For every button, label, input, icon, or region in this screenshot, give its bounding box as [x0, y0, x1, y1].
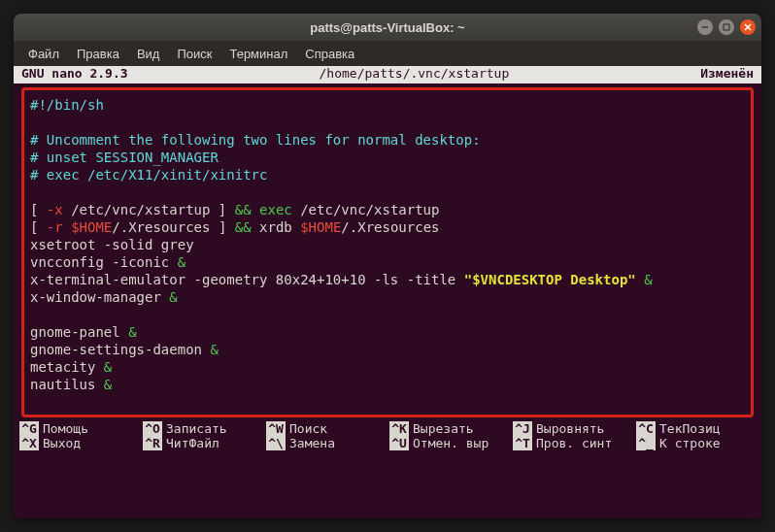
nano-help-bar: ^GПомощь^OЗаписать^WПоиск^KВырезать^JВыр…: [14, 421, 761, 454]
help-item: ^WПоиск: [266, 421, 386, 436]
help-item: ^_К строке: [636, 436, 756, 450]
window-controls: [697, 19, 756, 35]
help-label: Записать: [166, 421, 227, 436]
help-item: ^CТекПозиц: [636, 421, 756, 436]
minimize-button[interactable]: [697, 19, 713, 35]
nano-status: Изменён: [696, 66, 758, 83]
help-label: К строке: [659, 436, 721, 450]
help-item: ^RЧитФайл: [143, 436, 262, 450]
editor-line: # unset SESSION_MANAGER: [30, 149, 745, 166]
titlebar: patts@patts-VirtualBox: ~: [14, 14, 761, 41]
editor-line: gnome-settings-daemon &: [30, 341, 745, 358]
editor-line: [ -r $HOME/.Xresources ] && xrdb $HOME/.…: [30, 218, 745, 236]
help-label: Замена: [289, 436, 335, 450]
close-button[interactable]: [740, 19, 756, 35]
help-item: ^UОтмен. выр: [389, 436, 509, 450]
editor-line: [ -x /etc/vnc/xstartup ] && exec /etc/vn…: [30, 201, 745, 218]
help-item: ^\Замена: [266, 436, 386, 450]
menu-item-5[interactable]: Справка: [298, 44, 361, 64]
help-item: ^OЗаписать: [143, 421, 262, 436]
help-key: ^G: [19, 421, 39, 436]
help-key: ^X: [19, 436, 39, 450]
help-key: ^\: [266, 436, 286, 450]
help-label: Выровнять: [536, 421, 604, 436]
help-key: ^U: [389, 436, 409, 450]
editor-line: #!/bin/sh: [30, 96, 745, 114]
maximize-button[interactable]: [719, 19, 734, 35]
help-item: ^XВыход: [19, 436, 139, 450]
editor-line: metacity &: [30, 358, 745, 376]
help-label: ЧитФайл: [166, 436, 219, 450]
help-label: Поиск: [289, 421, 327, 436]
editor-line: [30, 306, 745, 323]
help-item: ^JВыровнять: [513, 421, 632, 436]
help-key: ^T: [513, 436, 532, 450]
help-label: Отмен. выр: [413, 436, 489, 450]
menubar: ФайлПравкаВидПоискТерминалСправка: [14, 41, 761, 66]
help-key: ^C: [636, 421, 656, 436]
menu-item-4[interactable]: Терминал: [222, 44, 294, 64]
help-key: ^J: [513, 421, 532, 436]
menu-item-1[interactable]: Правка: [70, 44, 126, 64]
svg-rect-1: [724, 24, 729, 30]
editor-line: gnome-panel &: [30, 323, 745, 341]
help-item: ^KВырезать: [389, 421, 509, 436]
help-key: ^R: [143, 436, 162, 450]
editor-line: nautilus &: [30, 376, 745, 393]
editor-content[interactable]: #!/bin/sh # Uncomment the following two …: [30, 96, 745, 393]
editor-highlighted-area: #!/bin/sh # Uncomment the following two …: [21, 87, 754, 417]
editor-line: xsetroot -solid grey: [30, 236, 745, 253]
menu-item-3[interactable]: Поиск: [170, 44, 219, 64]
help-item: ^GПомощь: [19, 421, 139, 436]
help-item: ^TПров. синт: [513, 436, 632, 450]
window-title: patts@patts-VirtualBox: ~: [310, 20, 464, 35]
editor-line: [30, 114, 745, 131]
help-key: ^_: [636, 436, 656, 450]
menu-item-0[interactable]: Файл: [21, 44, 66, 64]
editor-line: x-terminal-emulator -geometry 80x24+10+1…: [30, 271, 745, 288]
editor-line: x-window-manager &: [30, 288, 745, 306]
help-label: Помощь: [43, 421, 88, 436]
help-label: ТекПозиц: [659, 421, 721, 436]
help-key: ^K: [389, 421, 409, 436]
nano-app-name: GNU nano 2.9.3: [17, 66, 132, 83]
nano-file-path: /home/patts/.vnc/xstartup: [132, 66, 697, 83]
editor-line: vncconfig -iconic &: [30, 253, 745, 271]
editor-line: # Uncomment the following two lines for …: [30, 131, 745, 149]
help-label: Пров. синт: [536, 436, 612, 450]
editor-line: # exec /etc/X11/xinit/xinitrc: [30, 166, 745, 183]
help-key: ^O: [143, 421, 162, 436]
nano-header: GNU nano 2.9.3 /home/patts/.vnc/xstartup…: [14, 66, 761, 83]
menu-item-2[interactable]: Вид: [130, 44, 167, 64]
help-label: Выход: [43, 436, 81, 450]
help-key: ^W: [266, 421, 286, 436]
terminal-window: patts@patts-VirtualBox: ~ ФайлПравкаВидП…: [14, 14, 761, 518]
help-label: Вырезать: [413, 421, 474, 436]
editor-line: [30, 183, 745, 201]
